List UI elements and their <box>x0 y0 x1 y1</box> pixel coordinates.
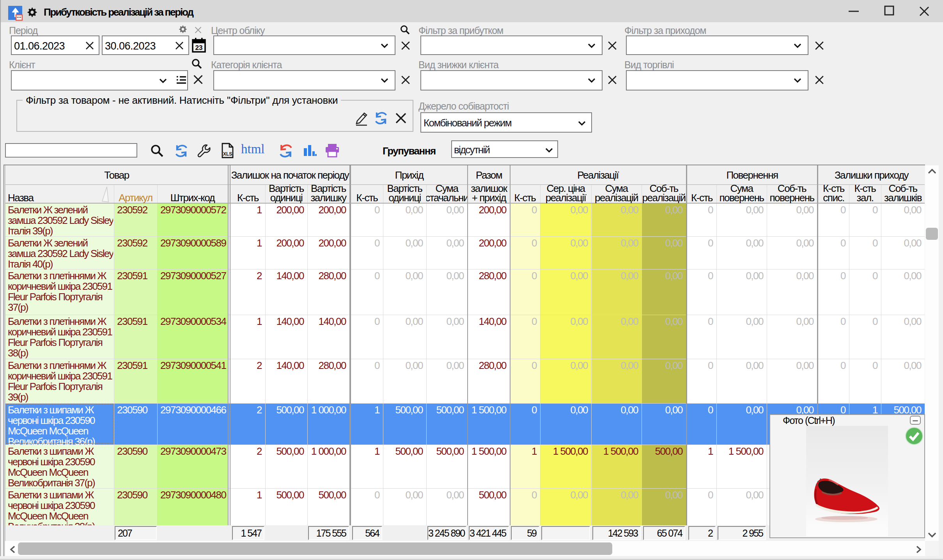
svg-text:23: 23 <box>195 44 203 51</box>
svg-text:XLS: XLS <box>223 151 232 157</box>
